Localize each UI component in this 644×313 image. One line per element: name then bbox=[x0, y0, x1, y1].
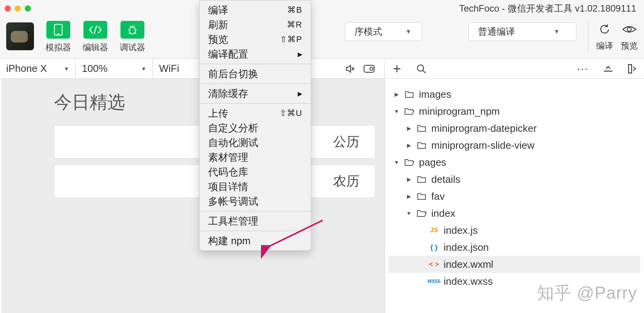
network-select[interactable]: WiFi bbox=[153, 59, 203, 78]
tree-folder[interactable]: ▼pages bbox=[389, 154, 640, 171]
svg-point-7 bbox=[370, 67, 373, 70]
preview-button[interactable]: 预览 bbox=[621, 21, 638, 52]
tree-file[interactable]: < >index.wxml bbox=[389, 256, 640, 273]
tree-twisty-icon[interactable]: ▼ bbox=[406, 210, 412, 216]
tree-label: index bbox=[431, 208, 455, 219]
project-menu-dropdown: 编译⌘B刷新⌘R预览⇧⌘P编译配置▶前后台切换清除缓存▶上传⇧⌘U自定义分析自动… bbox=[199, 0, 311, 251]
list-item-label: 农历 bbox=[333, 172, 359, 190]
tree-file[interactable]: { }index.json bbox=[389, 239, 640, 256]
js-icon: JS bbox=[428, 226, 440, 234]
svg-point-3 bbox=[627, 27, 631, 31]
menu-item[interactable]: 工具栏管理 bbox=[200, 214, 311, 228]
folder-icon bbox=[416, 124, 427, 132]
menu-item[interactable]: 前后台切换 bbox=[200, 66, 311, 81]
menu-item-label: 构建 npm bbox=[208, 234, 251, 248]
menu-item-label: 刷新 bbox=[208, 18, 228, 32]
menu-item[interactable]: 清除缓存▶ bbox=[200, 86, 311, 101]
tree-twisty-icon[interactable]: ▶ bbox=[406, 193, 412, 199]
menu-item-label: 项目详情 bbox=[208, 180, 248, 194]
menu-item[interactable]: 自动化测试 bbox=[200, 135, 311, 150]
chevron-down-icon: ▼ bbox=[141, 66, 146, 72]
tree-twisty-icon[interactable]: ▼ bbox=[393, 108, 400, 114]
search-icon[interactable] bbox=[416, 64, 426, 74]
menu-separator bbox=[200, 64, 311, 64]
menu-item[interactable]: 代码仓库 bbox=[200, 165, 311, 179]
menu-item[interactable]: 上传⇧⌘U bbox=[200, 106, 311, 121]
tree-label: miniprogram_npm bbox=[419, 105, 500, 117]
menu-item[interactable]: 刷新⌘R bbox=[200, 17, 311, 32]
menu-item[interactable]: 预览⇧⌘P bbox=[200, 32, 311, 47]
menu-item[interactable]: 多帐号调试 bbox=[200, 194, 311, 209]
editor-label: 编辑器 bbox=[83, 42, 108, 53]
mute-icon[interactable] bbox=[345, 64, 355, 74]
code-icon bbox=[83, 21, 107, 39]
tree-twisty-icon[interactable]: ▶ bbox=[406, 176, 412, 182]
tree-twisty-icon[interactable]: ▶ bbox=[406, 142, 412, 148]
editor-toggle[interactable]: 编辑器 bbox=[83, 21, 108, 53]
compile-label: 编译 bbox=[596, 40, 613, 52]
maximize-window-button[interactable] bbox=[25, 5, 31, 12]
home-pill-icon[interactable] bbox=[363, 65, 375, 73]
app-mode-select[interactable]: 序模式 ▼ bbox=[345, 22, 422, 41]
toolbar-right-actions: 编译 预览 bbox=[588, 21, 638, 52]
tree-label: miniprogram-slide-view bbox=[431, 139, 534, 151]
view-toggle-group: 模拟器 编辑器 调试器 bbox=[46, 21, 145, 53]
tree-label: images bbox=[419, 88, 451, 100]
tree-folder[interactable]: ▶images bbox=[389, 86, 640, 103]
menu-separator bbox=[200, 231, 311, 231]
simulator-toggle[interactable]: 模拟器 bbox=[46, 21, 71, 53]
debugger-label: 调试器 bbox=[120, 42, 145, 53]
menu-item[interactable]: 项目详情 bbox=[200, 179, 311, 194]
menu-item-label: 自动化测试 bbox=[208, 136, 258, 150]
window-title: TechFoco - 微信开发者工具 v1.02.1809111 bbox=[31, 2, 639, 15]
tree-folder[interactable]: ▶fav bbox=[389, 188, 640, 205]
collapse-icon[interactable] bbox=[603, 65, 613, 73]
menu-item-label: 编译 bbox=[208, 3, 228, 17]
menu-item-label: 前后台切换 bbox=[208, 67, 258, 81]
menu-item[interactable]: 素材管理 bbox=[200, 150, 311, 165]
tree-folder[interactable]: ▶miniprogram-slide-view bbox=[389, 137, 640, 154]
simulator-pane: 今日精选 公历 农历 bbox=[0, 79, 385, 313]
wxml-icon: < > bbox=[428, 260, 440, 269]
debugger-toggle[interactable]: 调试器 bbox=[120, 21, 145, 53]
phone-icon bbox=[46, 21, 70, 39]
tree-twisty-icon[interactable]: ▶ bbox=[406, 125, 412, 131]
menu-item[interactable]: 构建 npm bbox=[200, 233, 311, 248]
menu-item[interactable]: 自定义分析 bbox=[200, 121, 311, 135]
menu-item[interactable]: 编译配置▶ bbox=[200, 47, 311, 61]
refresh-icon bbox=[596, 21, 613, 38]
menu-item-label: 编译配置 bbox=[208, 48, 248, 61]
close-window-button[interactable] bbox=[5, 5, 11, 12]
titlebar: TechFoco - 微信开发者工具 v1.02.1809111 bbox=[0, 0, 644, 17]
compile-button[interactable]: 编译 bbox=[596, 21, 613, 52]
zoom-select[interactable]: 100% ▼ bbox=[76, 59, 153, 78]
compile-mode-select[interactable]: 普通编译 ▼ bbox=[468, 22, 576, 41]
device-select[interactable]: iPhone X ▼ bbox=[0, 59, 76, 78]
tree-folder[interactable]: ▼miniprogram_npm bbox=[389, 103, 640, 120]
more-icon[interactable]: ··· bbox=[577, 63, 588, 75]
tree-twisty-icon[interactable]: ▶ bbox=[393, 91, 400, 97]
tree-folder[interactable]: ▶details bbox=[389, 171, 640, 188]
tree-file[interactable]: JSindex.js bbox=[389, 222, 640, 239]
folder-icon bbox=[416, 175, 427, 183]
tree-folder[interactable]: ▼index bbox=[389, 205, 640, 222]
menu-separator bbox=[200, 211, 311, 211]
submenu-arrow-icon: ▶ bbox=[298, 90, 302, 97]
folder-icon bbox=[403, 90, 415, 98]
tree-label: pages bbox=[419, 156, 446, 168]
user-avatar[interactable] bbox=[6, 22, 34, 50]
network-value: WiFi bbox=[159, 63, 179, 75]
menu-shortcut: ⌘R bbox=[287, 20, 302, 30]
folder-open-icon bbox=[403, 107, 415, 115]
folder-open-icon bbox=[403, 158, 415, 166]
bug-icon bbox=[120, 21, 144, 39]
explorer-toolbar: ··· bbox=[385, 59, 644, 78]
tree-twisty-icon[interactable]: ▼ bbox=[393, 159, 400, 165]
zoom-value: 100% bbox=[82, 63, 108, 75]
json-icon: { } bbox=[428, 243, 440, 252]
menu-item[interactable]: 编译⌘B bbox=[200, 3, 311, 17]
new-file-icon[interactable] bbox=[392, 64, 402, 73]
toggle-panel-icon[interactable] bbox=[628, 64, 636, 74]
minimize-window-button[interactable] bbox=[15, 5, 21, 12]
tree-folder[interactable]: ▶miniprogram-datepicker bbox=[389, 120, 640, 137]
